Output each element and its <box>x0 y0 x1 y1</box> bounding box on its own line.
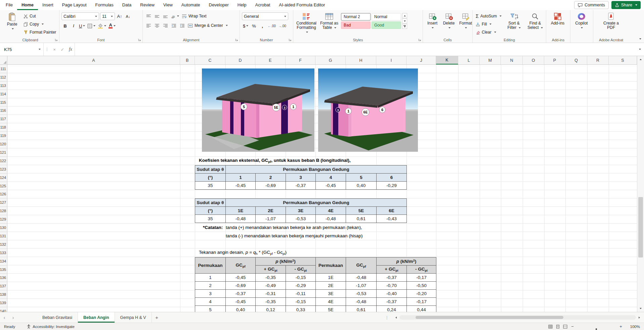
formula-bar-handle[interactable]: ⋮ <box>44 47 50 52</box>
row-header-117[interactable]: 117 <box>0 115 7 123</box>
row-header-131[interactable]: 131 <box>0 232 7 240</box>
ribbon-tab-developer[interactable]: Developer <box>205 0 233 10</box>
horizontal-scrollbar[interactable] <box>393 315 642 320</box>
ribbon-tab-help[interactable]: Help <box>233 0 251 10</box>
scroll-right-button[interactable] <box>637 315 642 320</box>
vertical-scrollbar[interactable] <box>637 56 644 312</box>
row-header-123[interactable]: 123 <box>0 165 7 174</box>
column-header-e[interactable]: E <box>255 56 286 64</box>
column-header-b[interactable]: B <box>180 56 195 64</box>
zoom-in-button[interactable]: + <box>617 324 625 329</box>
comma-style-button[interactable]: , <box>259 22 266 30</box>
clipboard-dialog-launcher[interactable] <box>54 38 58 42</box>
sheet-tab-beban-gravitasi[interactable]: Beban Gravitasi <box>37 312 78 323</box>
fill-button[interactable]: Fill <box>475 21 503 28</box>
row-header-122[interactable]: 122 <box>0 157 7 165</box>
gallery-more-button[interactable] <box>402 24 407 29</box>
number-dialog-launcher[interactable] <box>288 38 292 42</box>
cell-style-normal[interactable]: Normal <box>372 13 401 20</box>
column-header-k[interactable]: K <box>436 56 458 64</box>
previous-sheet-button[interactable]: ‹ <box>0 312 9 323</box>
increase-indent-button[interactable] <box>178 22 186 29</box>
paste-button[interactable]: Paste <box>3 12 21 31</box>
next-sheet-button[interactable]: › <box>9 312 17 323</box>
comments-button[interactable]: Comments <box>574 1 608 9</box>
row-header-125[interactable]: 125 <box>0 182 7 190</box>
copilot-button[interactable]: Copilot <box>572 12 591 30</box>
row-header-124[interactable]: 124 <box>0 174 7 182</box>
cell-style-bad[interactable]: Bad <box>341 21 371 29</box>
row-header-115[interactable]: 115 <box>0 98 7 107</box>
normal-view-button[interactable] <box>547 325 554 329</box>
merge-center-button[interactable]: Merge & Center <box>187 22 229 29</box>
select-all-corner[interactable] <box>0 56 7 64</box>
cell-style-good[interactable]: Good <box>372 21 401 29</box>
italic-button[interactable]: I <box>70 22 77 30</box>
font-color-button[interactable]: A <box>108 22 116 30</box>
column-header-g[interactable]: G <box>315 56 346 64</box>
align-left-button[interactable] <box>145 22 152 29</box>
column-header-j[interactable]: J <box>406 56 436 64</box>
gallery-scroll-up-button[interactable] <box>402 13 407 18</box>
ribbon-tab-automate[interactable]: Automate <box>177 0 205 10</box>
page-layout-view-button[interactable] <box>554 325 561 329</box>
align-bottom-button[interactable] <box>162 12 169 20</box>
row-header-120[interactable]: 120 <box>0 140 7 148</box>
horizontal-scroll-track[interactable] <box>399 315 636 320</box>
fill-color-button[interactable] <box>97 22 107 30</box>
decrease-indent-button[interactable] <box>170 22 177 29</box>
row-header-127[interactable]: 127 <box>0 198 7 207</box>
find-select-button[interactable]: Find & Select <box>525 12 545 30</box>
align-top-button[interactable] <box>145 12 152 20</box>
enter-button[interactable]: ✓ <box>58 45 67 54</box>
column-header-r[interactable]: R <box>587 56 609 64</box>
clear-button[interactable]: Clear <box>475 29 503 36</box>
autosum-button[interactable]: ΣAutoSum <box>475 13 503 19</box>
sheet-tab-beban-angin[interactable]: Beban Angin <box>78 312 115 323</box>
tab-bar-options[interactable]: ⋮ <box>385 312 389 323</box>
ribbon-tab-review[interactable]: Review <box>136 0 159 10</box>
ribbon-tab-view[interactable]: View <box>159 0 177 10</box>
row-header-113[interactable]: 113 <box>0 82 7 90</box>
row-header-126[interactable]: 126 <box>0 190 7 199</box>
page-break-view-button[interactable] <box>561 325 569 329</box>
column-header-s[interactable]: S <box>609 56 637 64</box>
copy-button[interactable]: Copy <box>23 21 57 28</box>
column-header-q[interactable]: Q <box>565 56 587 64</box>
decrease-font-size-button[interactable]: A↓ <box>124 13 132 20</box>
row-header-112[interactable]: 112 <box>0 73 7 82</box>
ribbon-tab-data[interactable]: Data <box>118 0 136 10</box>
ribbon-tab-acrobat[interactable]: Acrobat <box>251 0 275 10</box>
cancel-button[interactable]: × <box>50 45 58 54</box>
row-header-133[interactable]: 133 <box>0 249 7 257</box>
font-dialog-launcher[interactable] <box>138 38 141 42</box>
scroll-up-button[interactable] <box>637 56 644 63</box>
styles-dialog-launcher[interactable] <box>418 38 422 42</box>
accounting-format-button[interactable]: $ <box>242 22 249 30</box>
row-header-137[interactable]: 137 <box>0 282 7 290</box>
row-header-129[interactable]: 129 <box>0 215 7 224</box>
increase-decimal-button[interactable]: ←.00 <box>267 22 276 30</box>
share-button[interactable]: Share <box>611 1 641 9</box>
sort-filter-button[interactable]: AZ Sort & Filter <box>504 12 524 30</box>
number-format-select[interactable]: General <box>242 12 288 20</box>
percent-style-button[interactable]: % <box>250 22 258 30</box>
column-header-n[interactable]: N <box>501 56 523 64</box>
column-header-c[interactable]: C <box>195 56 225 64</box>
delete-cells-button[interactable]: Delete <box>441 12 456 30</box>
column-header-m[interactable]: M <box>480 56 501 64</box>
row-header-138[interactable]: 138 <box>0 290 7 299</box>
conditional-formatting-button[interactable]: Conditional Formatting <box>295 12 317 34</box>
collapse-ribbon-button[interactable] <box>638 36 641 41</box>
ribbon-tab-home[interactable]: Home <box>17 0 38 10</box>
column-header-p[interactable]: P <box>544 56 565 64</box>
increase-font-size-button[interactable]: A↑ <box>116 13 123 20</box>
cut-button[interactable]: Cut <box>23 13 57 19</box>
formula-bar-expand-button[interactable] <box>635 43 644 56</box>
insert-function-button[interactable]: fx <box>67 45 75 54</box>
zoom-out-button[interactable]: − <box>569 324 576 329</box>
orientation-button[interactable]: ab <box>170 12 180 20</box>
row-header-118[interactable]: 118 <box>0 123 7 132</box>
underline-button[interactable]: U <box>78 22 86 30</box>
addins-button[interactable]: Add-ins <box>548 12 567 26</box>
